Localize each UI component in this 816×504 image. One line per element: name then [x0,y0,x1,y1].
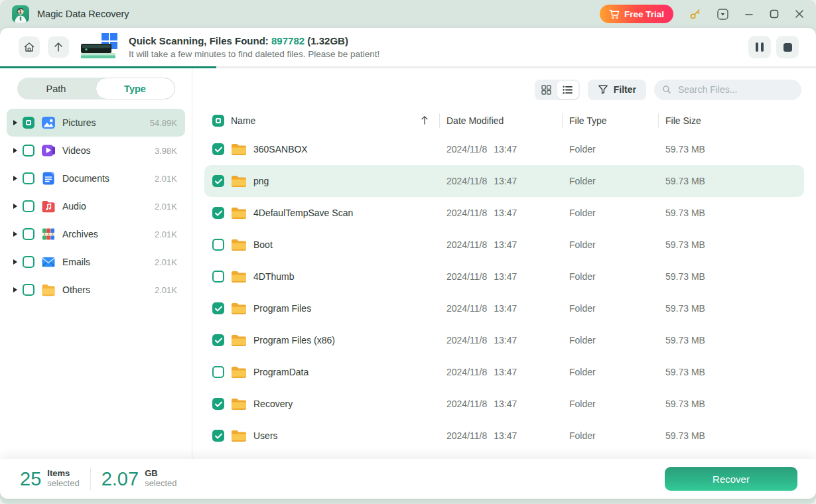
app-window: Magic Data Recovery Free Trial [0,0,816,504]
sidebar-item-others[interactable]: Others2.01K [7,276,185,304]
expand-caret-icon[interactable] [13,231,17,237]
grid-view-button[interactable] [536,81,557,99]
close-button[interactable] [795,9,804,19]
row-checkbox[interactable] [212,175,224,187]
file-name: png [253,176,269,186]
table-row[interactable]: 4DThumb2024/11/813:47Folder59.73 MB [204,261,804,292]
file-type-cell: Folder [562,335,658,346]
tab-path[interactable]: Path [17,78,96,99]
update-dropdown-icon[interactable] [717,9,728,20]
stop-scan-button[interactable] [776,36,799,58]
pictures-checkbox[interactable] [23,117,34,129]
expand-caret-icon[interactable] [13,148,17,153]
search-input[interactable] [677,84,793,95]
tab-type[interactable]: Type [96,78,175,99]
pause-scan-button[interactable] [748,36,771,58]
sidebar-item-videos[interactable]: Videos3.98K [7,137,185,164]
main-card: Quick Scanning, Files Found: 897782 (1.3… [0,28,816,499]
row-checkbox[interactable] [212,398,224,410]
table-row[interactable]: Recovery2024/11/813:47Folder59.73 MB [204,388,804,420]
expand-caret-icon[interactable] [13,287,17,292]
up-level-button[interactable] [48,36,69,58]
list-view-button[interactable] [557,81,578,99]
date-modified-cell: 2024/11/813:47 [439,271,562,282]
size-value: 2.07 [102,468,139,490]
file-size-cell: 59.73 MB [658,303,804,314]
title-bar: Magic Data Recovery Free Trial [0,0,816,28]
sidebar-item-label: Videos [62,145,91,156]
filter-label: Filter [614,84,636,95]
column-header-file-size[interactable]: File Size [658,113,804,128]
maximize-button[interactable] [770,9,779,19]
table-row[interactable]: Users2024/11/813:47Folder59.73 MB [204,420,804,452]
select-all-checkbox[interactable] [212,115,224,127]
expand-caret-icon[interactable] [13,120,17,125]
file-type-cell: Folder [562,239,658,250]
table-row[interactable]: png2024/11/813:47Folder59.73 MB [204,165,804,197]
expand-caret-icon[interactable] [13,259,17,265]
folder-icon [231,302,247,315]
table-row[interactable]: Program Files2024/11/813:47Folder59.73 M… [204,292,804,324]
scanned-drive-icon [81,32,119,62]
row-checkbox[interactable] [212,239,224,251]
table-row-partial[interactable] [204,452,804,459]
file-name: Program Files [253,303,311,314]
archives-checkbox[interactable] [23,228,34,240]
emails-checkbox[interactable] [23,256,34,268]
sidebar-item-emails[interactable]: Emails2.01K [7,248,185,276]
row-checkbox[interactable] [212,366,224,378]
row-checkbox[interactable] [212,271,224,283]
license-key-icon[interactable] [689,8,701,20]
sort-ascending-icon[interactable] [421,115,429,127]
row-checkbox[interactable] [212,143,224,155]
file-name: 4DefaulTempSave Scan [253,208,353,218]
row-checkbox[interactable] [212,430,224,442]
others-checkbox[interactable] [23,284,34,296]
documents-checkbox[interactable] [23,172,34,184]
table-row[interactable]: 360SANBOX2024/11/813:47Folder59.73 MB [204,133,804,165]
table-row[interactable]: Program Files (x86)2024/11/813:47Folder5… [204,324,804,356]
file-type-cell: Folder [562,271,658,282]
folder-icon [231,397,247,410]
size-unit-label: GB [145,469,176,479]
filter-button[interactable]: Filter [588,80,646,100]
row-checkbox[interactable] [212,334,224,346]
row-checkbox[interactable] [212,207,224,219]
search-icon [662,84,671,95]
audio-icon [41,199,56,214]
audio-checkbox[interactable] [23,200,34,212]
minimize-button[interactable] [744,9,754,19]
column-header-name[interactable]: Name [231,115,255,126]
cart-icon [609,9,620,19]
recover-button[interactable]: Recover [665,467,797,491]
table-row[interactable]: Boot2024/11/813:47Folder59.73 MB [204,229,804,261]
sidebar-item-count: 2.01K [155,257,177,267]
arrow-up-icon [52,41,64,53]
sidebar-item-archives[interactable]: Archives2.01K [7,220,185,248]
column-header-date-modified[interactable]: Date Modified [439,113,562,128]
videos-checkbox[interactable] [23,145,34,157]
free-trial-button[interactable]: Free Trial [600,5,673,23]
row-checkbox[interactable] [212,302,224,314]
file-toolbar: Filter [192,79,816,100]
file-type-cell: Folder [562,208,658,218]
file-type-cell: Folder [562,399,658,409]
sidebar-item-audio[interactable]: Audio2.01K [7,192,185,220]
home-button[interactable] [19,36,40,58]
table-row[interactable]: 4DefaulTempSave Scan2024/11/813:47Folder… [204,197,804,229]
footer-bar: 25 Items selected 2.07 GB selected Recov… [0,459,816,499]
sidebar-item-documents[interactable]: Documents2.01K [7,164,185,192]
filter-funnel-icon [598,84,608,95]
column-header-file-type[interactable]: File Type [562,113,658,128]
table-row[interactable]: ProgramData2024/11/813:47Folder59.73 MB [204,356,804,388]
sidebar-item-pictures[interactable]: Pictures54.89K [7,109,185,137]
folder-icon [231,429,247,442]
folder-icon [231,270,247,283]
pause-icon [756,42,764,52]
content-area: PathType Pictures54.89KVideos3.98KDocume… [0,68,816,459]
file-size-cell: 59.73 MB [658,271,804,282]
scan-title: Quick Scanning, Files Found: 897782 (1.3… [129,35,379,46]
sidebar-item-label: Audio [62,201,86,212]
expand-caret-icon[interactable] [13,204,17,209]
expand-caret-icon[interactable] [13,176,17,181]
